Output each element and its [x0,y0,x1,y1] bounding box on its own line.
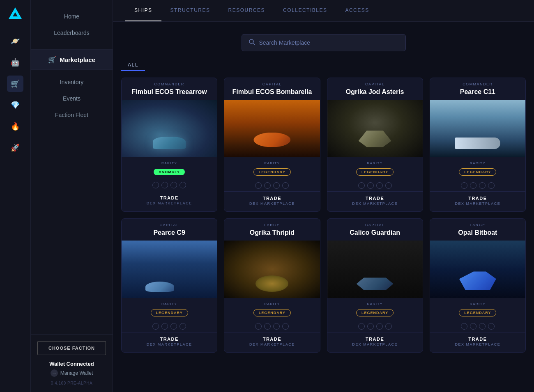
sidebar-sub-nav: Inventory Events Faction Fleet [31,70,113,127]
sidebar-top: Home Leaderboards [31,0,113,50]
card-trade-section[interactable]: TRADE DEX MARKETPLACE [327,332,423,352]
card-trade-section[interactable]: TRADE DEX MARKETPLACE [430,332,525,352]
rarity-label: RARITY [436,302,520,306]
tab-structures[interactable]: STRUCTURES [161,0,219,21]
card-category: LARGE [436,223,520,227]
card-trade-section[interactable]: TRADE DEX MARKETPLACE [224,332,320,352]
sidebar-marketplace-label[interactable]: 🛒 Marketplace [39,56,104,64]
dot-1 [255,323,262,330]
dot-3 [273,182,280,189]
ship-card-asteris[interactable]: CAPITAL Ogrika Jod Asteris RARITY LEGEND… [327,78,423,212]
rail-fire-icon[interactable]: 🔥 [7,118,23,135]
dot-1 [461,323,467,330]
dot-1 [152,323,159,330]
dot-4 [385,323,392,330]
ship-card-bombarella[interactable]: CAPITAL Fimbul ECOS Bombarella RARITY LE… [224,78,320,212]
dot-2 [470,323,476,330]
card-trade-section[interactable]: TRADE DEX MARKETPLACE [327,191,423,211]
search-input[interactable] [259,39,399,46]
dex-label: DEX MARKETPLACE [230,202,314,206]
ship-card-calico-guardian[interactable]: CAPITAL Calico Guardian RARITY LEGENDARY… [327,218,423,353]
card-image [122,100,217,157]
rail-robot-icon[interactable]: 🤖 [7,54,23,71]
rarity-label: RARITY [127,161,211,165]
card-name: Fimbul ECOS Bombarella [230,88,314,96]
card-trade-section[interactable]: TRADE DEX MARKETPLACE [224,191,320,211]
rail-cart-icon[interactable]: 🛒 [7,76,23,92]
card-dots [122,179,217,191]
dot-4 [282,182,289,189]
choose-faction-button[interactable]: CHOOSE FACTION [37,341,106,355]
dot-1 [152,182,159,188]
card-name: Pearce C11 [436,88,520,96]
dex-label: DEX MARKETPLACE [127,201,211,205]
sidebar-item-inventory[interactable]: Inventory [31,74,113,90]
dex-label: DEX MARKETPLACE [230,342,314,346]
dex-label: DEX MARKETPLACE [333,342,417,346]
dot-3 [273,323,280,330]
card-category: CAPITAL [333,82,417,86]
sidebar: Home Leaderboards 🛒 Marketplace Inventor… [31,0,113,392]
dot-3 [479,182,486,189]
card-category: CAPITAL [333,223,417,227]
rail-rocket-icon[interactable]: 🚀 [7,140,23,156]
dot-2 [470,182,476,189]
dot-4 [488,323,495,330]
sidebar-item-home[interactable]: Home [31,8,113,25]
card-header: CAPITAL Calico Guardian [327,219,423,241]
card-image [327,241,423,298]
sidebar-item-faction-fleet[interactable]: Faction Fleet [31,107,113,123]
dot-2 [264,182,271,189]
manage-wallet-button[interactable]: ··· Manage Wallet [37,369,106,377]
dot-4 [180,323,186,330]
version-label: 0.4.169 PRE-ALPHA [37,381,106,385]
trade-label: TRADE [230,337,314,342]
filter-row: ALL [113,60,534,78]
dot-2 [367,323,374,330]
card-category: LARGE [230,223,314,227]
ship-card-c9[interactable]: CAPITAL Pearce C9 RARITY LEGENDARY TRADE… [121,218,217,353]
card-name: Pearce C9 [127,229,211,236]
card-trade-section[interactable]: TRADE DEX MARKETPLACE [430,191,525,211]
main-content: SHIPS STRUCTURES RESOURCES COLLECTIBLES … [113,0,534,392]
tab-access[interactable]: ACCESS [336,0,378,21]
tab-resources[interactable]: RESOURCES [219,0,274,21]
tab-collectibles[interactable]: COLLECTIBLES [274,0,336,21]
card-header: COMMANDER Fimbul ECOS Treearrow [122,78,217,100]
ship-card-treearrow[interactable]: COMMANDER Fimbul ECOS Treearrow RARITY A… [121,78,217,212]
card-trade-section[interactable]: TRADE DEX MARKETPLACE [122,191,217,211]
card-trade-section[interactable]: TRADE DEX MARKETPLACE [122,332,217,352]
card-rarity-section: RARITY ANOMALY [122,157,217,179]
sidebar-item-events[interactable]: Events [31,90,113,107]
dot-4 [385,182,392,189]
cards-scroll[interactable]: COMMANDER Fimbul ECOS Treearrow RARITY A… [113,78,534,392]
card-header: LARGE Opal Bitboat [430,219,525,241]
search-icon [249,39,255,47]
ship-card-thripid[interactable]: LARGE Ogrika Thripid RARITY LEGENDARY TR… [224,218,320,353]
dot-2 [161,323,168,330]
dot-2 [367,182,374,189]
card-name: Ogrika Jod Asteris [333,88,417,96]
rarity-label: RARITY [333,302,417,306]
card-rarity-section: RARITY LEGENDARY [224,298,320,321]
card-category: CAPITAL [230,82,314,86]
dot-4 [282,323,289,330]
tabs-bar: SHIPS STRUCTURES RESOURCES COLLECTIBLES … [113,0,534,22]
rail-planet-icon[interactable]: 🪐 [7,33,23,49]
dot-1 [461,182,467,189]
rarity-badge: LEGENDARY [253,309,291,316]
dex-label: DEX MARKETPLACE [436,202,520,206]
app-logo[interactable] [6,4,24,22]
ship-card-bitboat[interactable]: LARGE Opal Bitboat RARITY LEGENDARY TRAD… [430,218,526,353]
filter-all[interactable]: ALL [121,60,145,71]
wallet-dot-icon: ··· [51,369,58,377]
tab-ships[interactable]: SHIPS [125,0,161,21]
rarity-badge: ANOMALY [154,169,185,175]
dot-4 [180,182,186,188]
rarity-badge: LEGENDARY [356,168,394,176]
trade-label: TRADE [436,337,520,342]
rail-gem-icon[interactable]: 💎 [7,97,23,113]
sidebar-item-leaderboards[interactable]: Leaderboards [31,25,113,41]
card-rarity-section: RARITY LEGENDARY [327,298,423,321]
ship-card-c11[interactable]: COMMANDER Pearce C11 RARITY LEGENDARY TR… [430,78,526,212]
